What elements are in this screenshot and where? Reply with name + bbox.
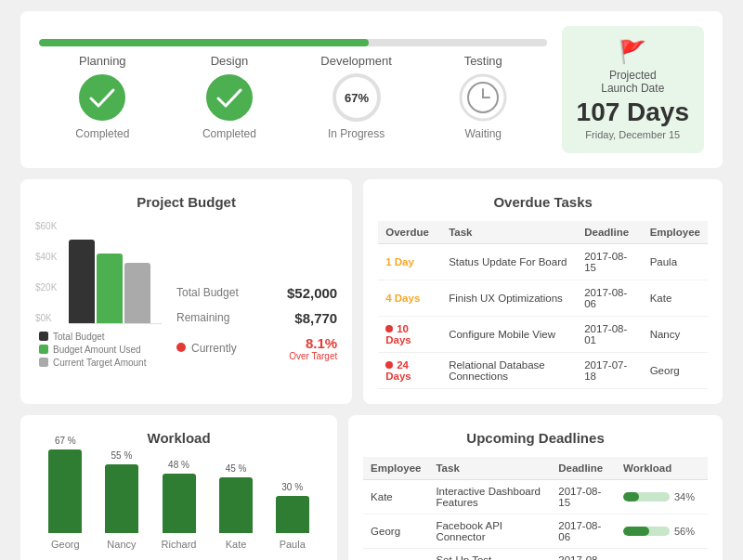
workload-name: Georg — [51, 539, 80, 550]
stage-testing-title: Testing — [464, 54, 502, 68]
workload-bar-wrap: 30 % Paula — [276, 482, 309, 550]
stage-planning-status: Completed — [75, 127, 129, 140]
deadline-task: Interactive Dashboard Features — [428, 479, 551, 514]
development-icon: 67% — [332, 73, 381, 122]
workload-bar — [219, 477, 253, 533]
bottom-row: Workload 67 % Georg 55 % Nancy 48 % Rich… — [20, 415, 723, 560]
budget-currently-value: 8.1% — [289, 335, 337, 351]
workload-bar — [163, 474, 196, 533]
dashboard: Planning Completed Design Completed — [9, 0, 734, 560]
stage-development-status: In Progress — [328, 127, 385, 140]
deadline-employee: Georg — [363, 514, 428, 548]
deadline-date: 2017-08-15 — [551, 479, 616, 514]
overdue-task: Finish UX Optimizations — [441, 280, 577, 316]
budget-card: Project Budget $60K $40K $20K $0K — [20, 179, 352, 404]
overdue-row: 24 Days Relational Database Connections … — [378, 352, 708, 388]
bar-total — [69, 240, 95, 323]
workload-bar — [105, 464, 138, 533]
overdue-task: Configure Mobile View — [441, 316, 577, 352]
workload-pct: 67 % — [55, 436, 76, 446]
progress-bar-track — [39, 39, 547, 46]
overdue-card: Overdue Tasks Overdue Task Deadline Empl… — [363, 179, 723, 404]
workload-bar-wrap: 55 % Nancy — [105, 450, 138, 550]
budget-remaining-value: $8,770 — [294, 310, 337, 326]
workload-bar-wrap: 67 % Georg — [48, 436, 82, 550]
budget-over-label: Over Target — [289, 351, 337, 361]
workload-bar — [48, 449, 82, 533]
middle-row: Project Budget $60K $40K $20K $0K — [20, 179, 723, 404]
deadline-workload: 56% — [616, 514, 708, 548]
deadlines-col-task: Task — [428, 457, 551, 480]
deadline-date: 2017-08-06 — [551, 514, 616, 548]
launch-date: Friday, December 15 — [577, 129, 689, 140]
overdue-days: 24 Days — [378, 352, 441, 388]
stage-testing-status: Waiting — [464, 127, 502, 140]
overdue-header-row: Overdue Task Deadline Employee — [378, 221, 708, 244]
budget-title: Project Budget — [35, 194, 337, 210]
workload-name: Paula — [280, 539, 306, 550]
deadlines-row: Kate Interactive Dashboard Features 2017… — [363, 479, 708, 514]
deadline-date: 2017-08-01 — [551, 548, 616, 560]
testing-icon — [459, 73, 507, 122]
overdue-employee: Georg — [643, 352, 708, 388]
launch-title: ProjectedLaunch Date — [577, 69, 689, 95]
overdue-deadline: 2017-07-18 — [577, 352, 642, 388]
overdue-col-overdue: Overdue — [378, 221, 441, 244]
stage-design-title: Design — [211, 54, 248, 68]
svg-point-1 — [207, 75, 252, 120]
budget-currently-label: Currently — [176, 342, 237, 355]
overdue-deadline: 2017-08-01 — [577, 316, 642, 352]
overdue-title: Overdue Tasks — [378, 194, 708, 210]
deadlines-col-workload: Workload — [616, 457, 708, 480]
overdue-days: 4 Days — [378, 280, 441, 316]
stage-design: Design Completed — [188, 54, 271, 140]
deadline-task: Facebook API Connector — [428, 514, 551, 548]
budget-remaining-label: Remaining — [176, 311, 229, 324]
overdue-table: Overdue Task Deadline Employee 1 Day Sta… — [378, 221, 708, 389]
workload-bar-wrap: 48 % Richard — [162, 460, 197, 550]
workload-bar-wrap: 45 % Kate — [219, 463, 253, 550]
deadlines-header-row: Employee Task Deadline Workload — [363, 457, 708, 480]
stages: Planning Completed Design Completed — [39, 54, 547, 140]
deadline-employee: Nancy — [363, 548, 428, 560]
budget-legend: Total Budget Budget Amount Used Current … — [35, 332, 162, 371]
overdue-employee: Kate — [643, 280, 708, 316]
overdue-col-task: Task — [441, 221, 577, 244]
deadlines-table: Employee Task Deadline Workload Kate Int… — [363, 457, 708, 560]
overdue-row: 1 Day Status Update For Board 2017-08-15… — [378, 243, 708, 280]
workload-chart: 67 % Georg 55 % Nancy 48 % Richard 45 % … — [35, 457, 322, 550]
overdue-days: 1 Day — [378, 243, 441, 280]
stage-testing: Testing Waiting — [441, 54, 525, 140]
workload-bar — [276, 496, 309, 533]
workload-pct: 55 % — [111, 450, 133, 461]
deadline-workload: 15% — [616, 548, 708, 560]
stage-planning: Planning Completed — [60, 54, 144, 140]
progress-section: Planning Completed Design Completed — [20, 11, 723, 168]
budget-total-value: $52,000 — [287, 285, 337, 301]
deadlines-row: Nancy Set-Up Test Environment 2017-08-01… — [363, 548, 708, 560]
deadlines-row: Georg Facebook API Connector 2017-08-06 … — [363, 514, 708, 548]
bar-target — [124, 263, 150, 323]
deadline-employee: Kate — [363, 479, 428, 514]
overdue-row: 4 Days Finish UX Optimizations 2017-08-0… — [378, 280, 708, 316]
progress-bar-fill — [39, 39, 369, 46]
overdue-deadline: 2017-08-06 — [577, 280, 642, 316]
bar-used — [97, 254, 123, 323]
overdue-deadline: 2017-08-15 — [577, 243, 642, 280]
deadline-task: Set-Up Test Environment — [428, 548, 551, 560]
workload-pct: 30 % — [281, 482, 303, 492]
workload-name: Kate — [226, 539, 247, 550]
budget-currently-row: Currently 8.1% Over Target — [176, 335, 337, 361]
stage-design-status: Completed — [202, 127, 256, 140]
budget-total-label: Total Budget — [176, 286, 239, 299]
workload-pct: 45 % — [226, 463, 247, 474]
launch-days: 107 Days — [577, 98, 689, 127]
overdue-employee: Paula — [643, 243, 708, 280]
deadline-workload: 34% — [616, 479, 708, 514]
overdue-employee: Nancy — [643, 316, 708, 352]
workload-name: Nancy — [107, 539, 136, 550]
overdue-row: 10 Days Configure Mobile View 2017-08-01… — [378, 316, 708, 352]
workload-card: Workload 67 % Georg 55 % Nancy 48 % Rich… — [20, 415, 337, 560]
svg-point-0 — [80, 75, 124, 120]
deadlines-col-employee: Employee — [363, 457, 428, 480]
